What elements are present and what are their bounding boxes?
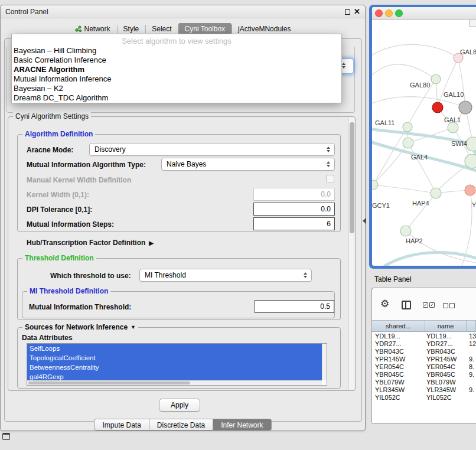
close-traffic-light-icon[interactable] bbox=[375, 9, 383, 17]
settings-scrollbar[interactable] bbox=[348, 118, 354, 390]
network-edge bbox=[406, 193, 436, 231]
aracne-mode-value: Discovery bbox=[90, 145, 327, 154]
table-row[interactable]: YBL079WYBL079W bbox=[372, 379, 476, 386]
apply-button[interactable]: Apply bbox=[159, 399, 200, 412]
table-cell: 8. bbox=[467, 363, 476, 371]
kernel-width-field[interactable]: 0.0 bbox=[253, 188, 335, 201]
network-view-window: GAL8GAL80GAL10GAL1GAL11SWI4GAL4GCY1HAP4H… bbox=[369, 5, 476, 269]
network-window-titlebar[interactable] bbox=[372, 7, 476, 20]
table-cell: YPR145W bbox=[425, 356, 467, 363]
tab-cyni-toolbox[interactable]: Cyni Toolbox bbox=[178, 23, 232, 35]
column-header-shared[interactable]: shared... bbox=[372, 321, 425, 331]
network-node-red[interactable] bbox=[432, 102, 443, 113]
aracne-mode-select[interactable]: Discovery bbox=[89, 143, 335, 156]
panel-collapse-arrow-icon[interactable] bbox=[363, 218, 366, 224]
sources-title-label: Sources for Network Inference bbox=[25, 323, 128, 331]
tab-jactivemnodules[interactable]: jActiveMNodules bbox=[232, 23, 297, 35]
table-row[interactable]: YPR145WYPR145W9. bbox=[372, 356, 476, 363]
table-row[interactable]: YLR345WYLR345W9. bbox=[372, 386, 476, 394]
network-node-green[interactable] bbox=[403, 138, 413, 148]
mi-threshold-field[interactable]: 0.5 bbox=[255, 300, 334, 313]
chevron-down-icon: ▼ bbox=[131, 324, 136, 330]
data-attributes-list[interactable]: SelfLoopsTopologicalCoefficientBetweenne… bbox=[27, 343, 327, 386]
algorithm-option-bayesian-k2[interactable]: Bayesian – K2 bbox=[12, 84, 341, 93]
aracne-mode-label: Aracne Mode: bbox=[27, 146, 73, 154]
table-row[interactable]: YER054CYER054C8. bbox=[372, 363, 476, 371]
table-row[interactable]: YBR045CYBR045C9. bbox=[372, 371, 476, 379]
select-all-checkboxes-icon[interactable]: ✓ ✓ bbox=[423, 302, 435, 308]
table-cell: YIL052C bbox=[372, 394, 425, 402]
tab-style[interactable]: Style bbox=[117, 23, 146, 35]
mi-algorithm-type-select[interactable]: Naive Bayes bbox=[161, 158, 335, 171]
algorithm-definition-title: Algorithm Definition bbox=[22, 130, 95, 138]
tab-select[interactable]: Select bbox=[145, 23, 178, 35]
column-header-blank[interactable] bbox=[467, 321, 476, 331]
table-row[interactable]: YDR27...YDR27...12 bbox=[372, 340, 476, 348]
which-threshold-select[interactable]: MI Threshold bbox=[139, 269, 312, 282]
tab-label: jActiveMNodules bbox=[238, 25, 291, 33]
table-row[interactable]: YDL19...YDL19...13 bbox=[372, 332, 476, 340]
column-header-name[interactable]: name bbox=[425, 321, 467, 331]
columns-icon[interactable] bbox=[402, 301, 411, 309]
network-node-green[interactable] bbox=[372, 180, 378, 190]
network-canvas[interactable]: GAL8GAL80GAL10GAL1GAL11SWI4GAL4GCY1HAP4H… bbox=[372, 21, 476, 266]
manual-kernel-width-checkbox[interactable] bbox=[326, 175, 334, 183]
threshold-definition-title: Threshold Definition bbox=[22, 254, 96, 262]
control-panel-tab-bar: NetworkStyleSelectCyni ToolboxjActiveMNo… bbox=[1, 23, 365, 35]
network-node-salmon[interactable] bbox=[465, 185, 475, 195]
algorithm-option-aracne-algorithm[interactable]: ARACNE Algorithm bbox=[12, 65, 341, 74]
tab-network[interactable]: Network bbox=[69, 23, 117, 35]
attribute-item-selfloops[interactable]: SelfLoops bbox=[27, 344, 322, 353]
network-node-label: GAL80 bbox=[410, 81, 430, 89]
control-panel-titlebar[interactable]: Control Panel ✕ bbox=[1, 5, 365, 18]
algorithm-option-dream8-dc-tdc-algorithm[interactable]: Dream8 DC_TDC Algorithm bbox=[12, 93, 341, 103]
network-node-green[interactable] bbox=[431, 74, 441, 84]
table-cell bbox=[467, 394, 476, 402]
tab-infer-network[interactable]: Infer Network bbox=[213, 419, 271, 431]
table-cell: 13 bbox=[467, 332, 476, 340]
network-icon bbox=[75, 25, 82, 32]
network-node-green[interactable] bbox=[465, 154, 476, 168]
network-edge bbox=[458, 58, 465, 107]
zoom-traffic-light-icon[interactable] bbox=[395, 9, 403, 17]
deselect-all-checkboxes-icon[interactable] bbox=[443, 303, 455, 308]
checked-box-icon: ✓ bbox=[429, 302, 435, 308]
table-row[interactable]: YBR043CYBR043C bbox=[372, 348, 476, 356]
list-vertical-scrollbar[interactable] bbox=[322, 344, 327, 380]
network-node-green[interactable] bbox=[403, 122, 412, 132]
table-cell: YDR27... bbox=[425, 340, 467, 348]
mi-algorithm-type-value: Naive Bayes bbox=[162, 160, 327, 168]
network-node-label: GAL10 bbox=[444, 91, 464, 98]
network-node-green[interactable] bbox=[431, 188, 441, 198]
minimize-traffic-light-icon[interactable] bbox=[385, 9, 393, 17]
kernel-width-label: Kernel Width (0,1): bbox=[27, 191, 89, 199]
mi-steps-field[interactable]: 6 bbox=[253, 217, 335, 230]
algorithm-option-bayesian-hill-climbing[interactable]: Bayesian – Hill Climbing bbox=[12, 46, 341, 56]
tab-discretize-data[interactable]: Discretize Data bbox=[149, 419, 213, 431]
table-row[interactable]: YIL052CYIL052C bbox=[372, 394, 476, 402]
gear-icon[interactable]: ⚙ bbox=[380, 298, 389, 310]
dpi-tolerance-field[interactable]: 0.0 bbox=[253, 203, 335, 216]
minimized-panel-icon[interactable] bbox=[2, 433, 10, 440]
close-icon[interactable]: ✕ bbox=[354, 7, 360, 16]
sources-group-title[interactable]: Sources for Network Inference ▼ bbox=[22, 323, 138, 331]
scrollbar-thumb[interactable] bbox=[28, 381, 190, 384]
algorithm-option-mutual-information-inference[interactable]: Mutual Information Inference bbox=[12, 74, 341, 84]
bottom-tab-bar: Impute DataDiscretize DataInfer Network bbox=[1, 419, 365, 431]
hub-definition-expander[interactable]: Hub/Transcription Factor Definition ▶ bbox=[27, 239, 154, 247]
network-node-gray[interactable] bbox=[459, 101, 472, 114]
network-graph[interactable]: GAL8GAL80GAL10GAL1GAL11SWI4GAL4GCY1HAP4H… bbox=[372, 21, 476, 266]
network-node-green[interactable] bbox=[466, 137, 476, 151]
attribute-item-betweennesscentrality[interactable]: BetweennessCentrality bbox=[27, 363, 322, 372]
attribute-item-topologicalcoefficient[interactable]: TopologicalCoefficient bbox=[27, 353, 322, 363]
list-horizontal-scrollbar[interactable] bbox=[27, 380, 322, 385]
algorithm-option-list: Bayesian – Hill ClimbingBasic Correlatio… bbox=[12, 46, 341, 103]
manual-kernel-width-label: Manual Kernel Width Definition bbox=[27, 176, 131, 184]
network-node-green[interactable] bbox=[448, 122, 458, 133]
float-window-icon[interactable] bbox=[345, 9, 350, 15]
network-edge bbox=[372, 44, 458, 58]
tab-impute-data[interactable]: Impute Data bbox=[94, 419, 149, 431]
scrollbar-thumb[interactable] bbox=[350, 122, 354, 233]
algorithm-option-basic-correlation-inference[interactable]: Basic Correlation Inference bbox=[12, 56, 341, 65]
network-node-green[interactable] bbox=[400, 226, 411, 236]
